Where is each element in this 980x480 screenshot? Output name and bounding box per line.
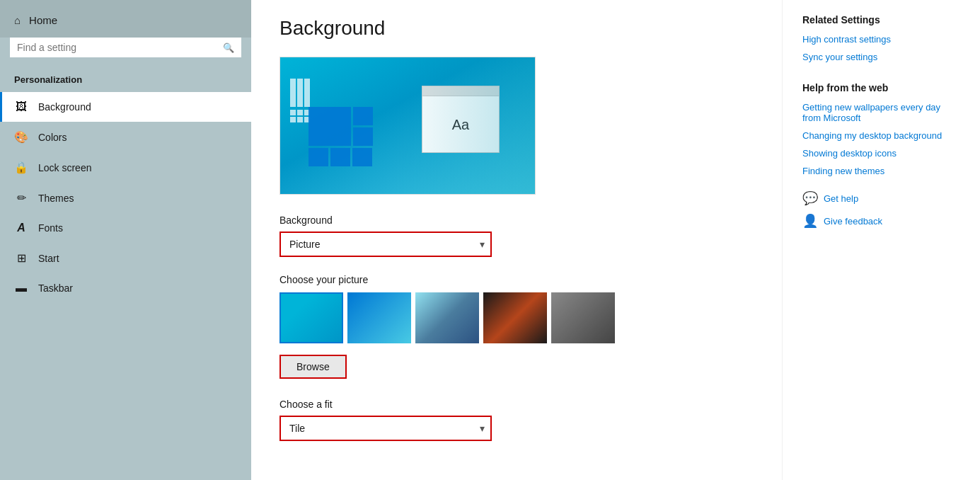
sidebar-item-label: Themes [38,193,74,204]
right-panel: Related Settings High contrast settings … [782,0,980,480]
sidebar-item-colors[interactable]: 🎨 Colors [0,122,251,152]
get-help-link[interactable]: Get help [824,193,858,204]
background-icon: 🖼 [14,101,28,113]
give-feedback-row[interactable]: 👤 Give feedback [802,213,960,229]
start-tiles [309,107,373,166]
sidebar-item-background[interactable]: 🖼 Background [0,92,251,122]
preview-window-content: Aa [422,96,499,154]
picture-thumbnails [279,292,754,343]
browse-button[interactable]: Browse [279,355,347,379]
give-feedback-icon: 👤 [802,213,818,229]
sidebar-item-lock-screen[interactable]: 🔒 Lock screen [0,152,251,183]
sidebar-item-label: Fonts [38,222,63,234]
colors-icon: 🎨 [14,130,28,144]
background-dropdown-wrapper: Picture Solid color Slideshow ▾ [279,232,492,257]
give-feedback-link[interactable]: Give feedback [824,216,882,227]
themes-icon: ✏ [14,191,28,205]
home-button[interactable]: Home [0,0,251,38]
lock-icon: 🔒 [14,161,28,174]
sidebar-item-label: Taskbar [38,282,73,294]
get-help-icon: 💬 [802,190,818,206]
home-icon [14,14,21,26]
thumbnail-4[interactable] [483,292,547,343]
sidebar-item-taskbar[interactable]: ▬ Taskbar [0,273,251,303]
get-help-row[interactable]: 💬 Get help [802,190,960,206]
page-title: Background [279,17,754,40]
background-preview: Aa [279,57,536,195]
high-contrast-link[interactable]: High contrast settings [802,34,960,45]
fit-dropdown-wrapper: Fill Fit Stretch Tile Center Span ▾ [279,416,492,441]
sidebar: Home 🔍 Personalization 🖼 Background 🎨 Co… [0,0,251,480]
desktop-icons-link[interactable]: Showing desktop icons [802,148,960,159]
background-section-label: Background [279,215,754,226]
sidebar-item-themes[interactable]: ✏ Themes [0,183,251,213]
thumbnail-5[interactable] [551,292,615,343]
background-dropdown[interactable]: Picture Solid color Slideshow [279,232,492,257]
sidebar-item-label: Background [38,101,91,113]
choose-fit-label: Choose a fit [279,399,754,410]
fit-dropdown[interactable]: Fill Fit Stretch Tile Center Span [279,416,492,441]
sidebar-item-fonts[interactable]: A Fonts [0,213,251,243]
change-bg-link[interactable]: Changing my desktop background [802,130,960,141]
sync-settings-link[interactable]: Sync your settings [802,52,960,62]
thumbnail-3[interactable] [415,292,479,343]
section-label: Personalization [0,69,251,92]
choose-picture-label: Choose your picture [279,274,754,285]
sidebar-item-label: Colors [38,132,67,143]
new-themes-link[interactable]: Finding new themes [802,166,960,176]
help-title: Help from the web [802,82,960,93]
sidebar-item-label: Lock screen [38,162,91,173]
main-content: Background [251,0,782,480]
start-icon: ⊞ [14,251,28,265]
thumbnail-2[interactable] [347,292,411,343]
wallpapers-link[interactable]: Getting new wallpapers every day from Mi… [802,102,960,123]
search-input[interactable] [17,42,223,53]
preview-tiles [290,79,310,122]
home-label: Home [29,14,57,26]
fonts-icon: A [14,222,28,234]
search-box[interactable]: 🔍 [10,38,241,57]
taskbar-icon: ▬ [14,282,28,295]
thumbnail-1[interactable] [279,292,343,343]
sidebar-item-start[interactable]: ⊞ Start [0,243,251,273]
related-settings-title: Related Settings [802,14,960,25]
search-icon: 🔍 [223,42,234,53]
preview-window: Aa [422,86,500,153]
sidebar-item-label: Start [38,253,59,264]
